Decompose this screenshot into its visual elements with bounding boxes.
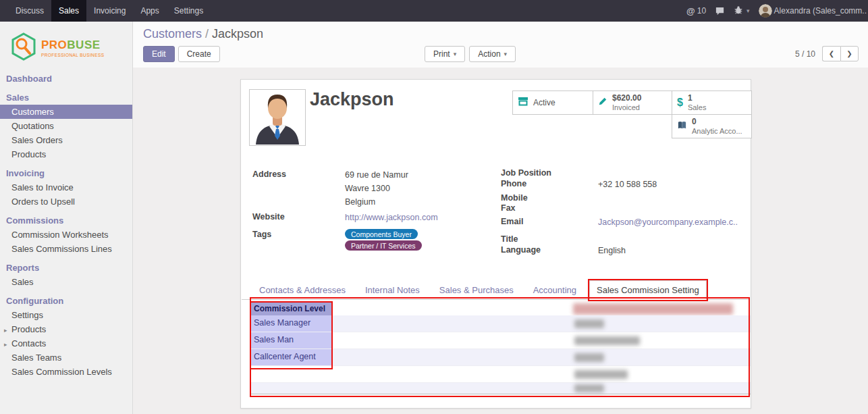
commission-level-cell: Sales Manager (251, 315, 331, 332)
mentions-counter[interactable]: @ 10 (686, 6, 706, 16)
app-logo[interactable]: PROBUSE PROFESSIONAL BUSINESS (0, 22, 132, 70)
commission-table: Commission Level Sales Manager Sales Man… (251, 303, 751, 394)
user-avatar (759, 4, 772, 18)
sidebar-item-config-contacts[interactable]: ▸Contacts (0, 336, 132, 351)
tag-partner-it-services[interactable]: Partner / IT Services (345, 240, 422, 251)
commission-level-cell: Callcenter Agent (251, 349, 331, 365)
table-row-sales-man[interactable]: Sales Man (251, 332, 751, 349)
content-area: Jackpson Active $620.00 Invoiced (133, 68, 868, 414)
sidebar-item-sales-commission-levels[interactable]: Sales Commission Levels (0, 365, 132, 379)
menu-settings[interactable]: Settings (167, 0, 211, 22)
analytic-stat-button[interactable]: 0 Analytic Acco... (672, 114, 752, 138)
sidebar-nav: Dashboard Sales Customers Quotations Sal… (0, 72, 132, 379)
menu-discuss[interactable]: Discuss (8, 0, 51, 22)
sidebar-item-orders-to-upsell[interactable]: Orders to Upsell (0, 195, 132, 209)
sidebar-section-sales[interactable]: Sales (0, 90, 132, 105)
caret-down-icon: ▾ (454, 51, 457, 57)
topbar-right: @ 10 ▾ Alexandra (Sales_comm.. (686, 4, 868, 18)
address-line3: Belgium (345, 197, 375, 207)
website-label: Website (252, 212, 285, 222)
sales-stat-label: Sales (688, 103, 707, 112)
breadcrumb-customers-link[interactable]: Customers (143, 27, 202, 41)
sidebar-item-reports-sales[interactable]: Sales (0, 275, 132, 289)
invoiced-stat-button[interactable]: $620.00 Invoiced (593, 90, 672, 115)
table-row-empty[interactable] (251, 366, 751, 383)
action-dropdown-button[interactable]: Action▾ (469, 46, 516, 62)
active-stat-label: Active (533, 98, 555, 107)
pager-next-button[interactable]: ❯ (840, 46, 859, 61)
table-row-empty[interactable] (251, 383, 751, 394)
probuse-logo-icon (11, 32, 36, 63)
website-link[interactable]: http://www.jackpson.com (345, 213, 438, 222)
tab-contacts-addresses[interactable]: Contacts & Addresses (252, 281, 352, 299)
contact-photo (249, 89, 306, 146)
sidebar-item-customers[interactable]: Customers (0, 105, 132, 119)
edit-button[interactable]: Edit (143, 46, 175, 62)
logo-title-part2: BUSE (67, 38, 100, 51)
sidebar-section-configuration[interactable]: Configuration (0, 294, 132, 308)
tab-accounting[interactable]: Accounting (526, 281, 583, 299)
chat-bubble-icon[interactable] (715, 6, 725, 16)
debug-menu[interactable]: ▾ (734, 5, 750, 17)
sidebar-item-products[interactable]: Products (0, 147, 132, 161)
sidebar-section-invoicing[interactable]: Invoicing (0, 166, 132, 180)
logo-title-part1: PRO (41, 38, 67, 51)
phone-value: +32 10 588 558 (598, 180, 657, 189)
sidebar-item-quotations[interactable]: Quotations (0, 119, 132, 133)
topbar-menu: Discuss Sales Invoicing Apps Settings (0, 0, 211, 22)
chevron-right-icon: ❯ (846, 50, 852, 57)
title-label: Title (501, 234, 518, 244)
breadcrumb: Customers / Jackpson (143, 27, 263, 41)
action-buttons: Print▾ Action▾ (425, 46, 516, 62)
column-header-commission-level[interactable]: Commission Level (251, 303, 331, 315)
tab-sales-commission-setting[interactable]: Sales Commission Setting (589, 280, 707, 300)
phone-label: Phone (501, 179, 526, 188)
tab-sales-purchases[interactable]: Sales & Purchases (433, 281, 520, 299)
menu-invoicing[interactable]: Invoicing (86, 0, 133, 22)
analytic-value: 0 (692, 117, 742, 126)
notebook-tabs: Contacts & Addresses Internal Notes Sale… (242, 280, 750, 300)
sidebar-item-sales-orders[interactable]: Sales Orders (0, 133, 132, 147)
redacted-blur-header (573, 303, 733, 315)
dollar-icon: $ (677, 97, 683, 109)
main-area: Customers / Jackpson Edit Create Print▾ … (133, 22, 868, 414)
at-icon: @ (686, 6, 695, 16)
pager-previous-button[interactable]: ❮ (822, 46, 840, 61)
sidebar-item-sales-to-invoice[interactable]: Sales to Invoice (0, 180, 132, 195)
bug-icon (734, 5, 743, 17)
address-line1: 69 rue de Namur (345, 170, 408, 180)
logo-text: PROBUSE PROFESSIONAL BUSINESS (41, 39, 104, 57)
print-dropdown-button[interactable]: Print▾ (425, 46, 465, 62)
sidebar-item-sales-commissions-lines[interactable]: Sales Commissions Lines (0, 242, 132, 256)
invoiced-value: $620.00 (612, 93, 641, 103)
sidebar-item-commission-worksheets[interactable]: Commission Worksheets (0, 228, 132, 242)
user-menu[interactable]: Alexandra (Sales_comm.. (759, 4, 867, 18)
sidebar-item-sales-teams[interactable]: Sales Teams (0, 351, 132, 365)
menu-apps[interactable]: Apps (133, 0, 166, 22)
logo-title: PROBUSE (41, 39, 104, 51)
email-label: Email (501, 217, 523, 226)
screen: Discuss Sales Invoicing Apps Settings @ … (0, 0, 868, 414)
redacted-blur (574, 336, 640, 345)
record-buttons: Edit Create (143, 46, 220, 62)
table-row-sales-manager[interactable]: Sales Manager (251, 315, 751, 332)
commission-level-cell: Sales Man (251, 332, 331, 348)
sidebar-section-dashboard[interactable]: Dashboard (0, 72, 132, 86)
menu-sales[interactable]: Sales (51, 0, 86, 22)
active-toggle-icon (518, 96, 528, 109)
invoiced-label: Invoiced (612, 103, 641, 112)
sales-stat-button[interactable]: $ 1 Sales (672, 90, 752, 115)
email-link[interactable]: Jackpson@yourcompany.example.c.. (598, 217, 738, 227)
table-row-callcenter-agent[interactable]: Callcenter Agent (251, 349, 751, 366)
analytic-label: Analytic Acco... (692, 127, 742, 136)
create-button[interactable]: Create (178, 46, 220, 62)
tag-components-buyer[interactable]: Components Buyer (345, 229, 418, 239)
sidebar-item-settings[interactable]: Settings (0, 308, 132, 322)
active-stat-button[interactable]: Active (512, 90, 593, 115)
redacted-blur (574, 370, 628, 379)
sidebar-item-config-products[interactable]: ▸Products (0, 322, 132, 336)
sidebar-section-reports[interactable]: Reports (0, 261, 132, 275)
sidebar-section-commissions[interactable]: Commissions (0, 213, 132, 228)
control-panel: Customers / Jackpson Edit Create Print▾ … (133, 22, 868, 68)
tab-internal-notes[interactable]: Internal Notes (358, 281, 427, 299)
